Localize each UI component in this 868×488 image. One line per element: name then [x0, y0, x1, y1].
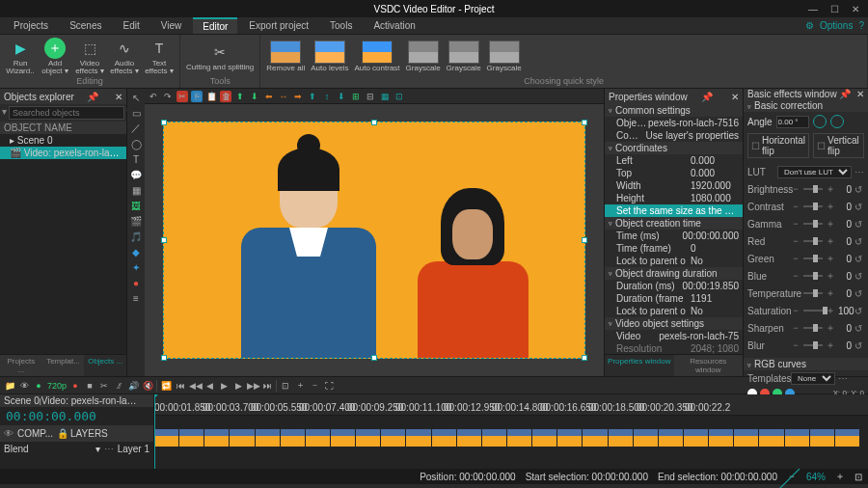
- step-fwd-icon[interactable]: ▶: [232, 381, 244, 391]
- tab-templates[interactable]: Templat...: [42, 355, 85, 376]
- align-center-icon[interactable]: ↔: [278, 91, 289, 102]
- options-link[interactable]: Options: [820, 20, 853, 31]
- snap-icon[interactable]: ⊡: [393, 91, 405, 102]
- timeline-clip-tab[interactable]: Video: pexels-ron-lach-7516031_1...: [41, 395, 138, 406]
- resize-handle-se[interactable]: [582, 355, 587, 361]
- zoom-fit-icon[interactable]: ⊡: [280, 381, 291, 391]
- rotate-cw-icon[interactable]: [830, 115, 844, 128]
- split-icon[interactable]: ⫽: [113, 381, 124, 391]
- go-end-icon[interactable]: ⏭: [261, 381, 273, 391]
- copy-icon[interactable]: ⎘: [191, 91, 203, 102]
- mute-icon[interactable]: 🔇: [142, 381, 153, 391]
- redo-icon[interactable]: ↷: [162, 91, 174, 102]
- search-input[interactable]: [9, 106, 124, 120]
- animation-icon[interactable]: ✦: [129, 260, 143, 274]
- preview-icon[interactable]: ●: [33, 381, 44, 391]
- resize-handle-e[interactable]: [582, 237, 587, 243]
- prev-frame-icon[interactable]: ◀◀: [189, 381, 201, 391]
- ribbon-btn-2[interactable]: ⬚Videoeffects ▾: [75, 38, 104, 75]
- menu-edit[interactable]: Edit: [113, 18, 149, 33]
- sprite-icon[interactable]: ◆: [129, 245, 143, 258]
- align-middle-icon[interactable]: ↕: [321, 91, 333, 102]
- go-start-icon[interactable]: ⏮: [175, 381, 186, 391]
- cursor-icon[interactable]: ↖: [129, 91, 143, 104]
- quickstyle-5[interactable]: Grayscale: [487, 41, 522, 72]
- minimize-button[interactable]: —: [806, 4, 820, 14]
- play-icon[interactable]: ▶: [218, 381, 230, 391]
- next-frame-icon[interactable]: ▶▶: [247, 381, 258, 391]
- menu-editor[interactable]: Editor: [193, 17, 237, 34]
- cutting-splitting-button[interactable]: ✂ Cutting and splitting: [186, 41, 254, 71]
- menu-scenes[interactable]: Scenes: [60, 18, 111, 33]
- cut-icon[interactable]: ✂: [98, 381, 110, 391]
- image-icon[interactable]: 🖼: [129, 199, 143, 212]
- vertical-flip-checkbox[interactable]: ☐ Vertical flip: [813, 133, 864, 158]
- undo-icon[interactable]: ↶: [148, 91, 159, 102]
- pin-icon[interactable]: 📌: [701, 92, 713, 102]
- video-clip[interactable]: [154, 429, 860, 447]
- stop-icon[interactable]: ■: [84, 381, 95, 391]
- paste-icon[interactable]: 📋: [205, 91, 217, 102]
- scene-node[interactable]: ▸ Scene 0: [0, 134, 126, 147]
- fullscreen-icon[interactable]: ⛶: [323, 381, 335, 391]
- tab-resources[interactable]: Resources window: [674, 355, 744, 376]
- tab-objects[interactable]: Objects ...: [84, 355, 126, 376]
- lock-icon[interactable]: 🔒: [57, 428, 67, 439]
- timeline-scene-tab[interactable]: Scene 0: [4, 395, 40, 406]
- menu-projects[interactable]: Projects: [4, 18, 58, 33]
- resize-handle-w[interactable]: [161, 237, 167, 243]
- video-frame[interactable]: [163, 122, 585, 359]
- close-panel-icon[interactable]: ✕: [856, 89, 864, 99]
- resize-handle-ne[interactable]: [582, 120, 587, 125]
- horizontal-flip-checkbox[interactable]: ☐ Horizontal flip: [747, 133, 809, 158]
- pin-icon[interactable]: 📌: [839, 89, 851, 99]
- timeline-tracks[interactable]: 00:00:01.85000:00:03.70000:00:05.55000:0…: [154, 394, 868, 469]
- audio-icon[interactable]: 🎵: [129, 230, 143, 243]
- subtitle-icon[interactable]: ≡: [129, 291, 143, 305]
- ribbon-btn-0[interactable]: ▶RunWizard..: [6, 38, 35, 75]
- open-icon[interactable]: 📁: [4, 381, 15, 391]
- pin-icon[interactable]: 📌: [87, 92, 98, 102]
- rotate-ccw-icon[interactable]: [813, 115, 827, 128]
- gear-icon[interactable]: ⚙: [805, 20, 814, 31]
- close-panel-icon[interactable]: ✕: [115, 92, 122, 102]
- ribbon-btn-4[interactable]: TTexteffects ▾: [145, 38, 174, 75]
- quickstyle-3[interactable]: Grayscale: [406, 41, 441, 72]
- template-menu-icon[interactable]: ⋯: [838, 373, 848, 384]
- zoom-in-icon[interactable]: ＋: [294, 379, 306, 392]
- group-icon[interactable]: ⊞: [350, 91, 362, 102]
- align-top-icon[interactable]: ⬆: [307, 91, 318, 102]
- resize-handle-n[interactable]: [371, 120, 377, 125]
- close-panel-icon[interactable]: ✕: [731, 92, 739, 102]
- ribbon-btn-3[interactable]: ∿Audioeffects ▾: [110, 38, 139, 75]
- tab-properties[interactable]: Properties window: [605, 355, 674, 376]
- resize-handle-nw[interactable]: [161, 120, 167, 125]
- loop-icon[interactable]: 🔁: [160, 381, 172, 391]
- bring-front-icon[interactable]: ⬆: [234, 91, 246, 102]
- resize-handle-sw[interactable]: [161, 355, 167, 361]
- align-left-icon[interactable]: ⬅: [263, 91, 275, 102]
- ellipse-icon[interactable]: ◯: [129, 137, 143, 150]
- resolution-label[interactable]: 720p: [47, 381, 67, 391]
- quickstyle-1[interactable]: Auto levels: [311, 41, 348, 72]
- cut-icon[interactable]: ✂: [176, 91, 188, 102]
- delete-icon[interactable]: 🗑: [220, 91, 231, 102]
- quickstyle-4[interactable]: Grayscale: [447, 41, 481, 72]
- record-icon[interactable]: ●: [69, 381, 81, 391]
- rect-icon[interactable]: ▭: [129, 106, 143, 120]
- step-back-icon[interactable]: ◀: [203, 381, 215, 391]
- video-icon[interactable]: 🎬: [129, 214, 143, 228]
- layer-name[interactable]: Layer 1: [118, 444, 149, 454]
- ribbon-btn-1[interactable]: ＋Addobject ▾: [41, 38, 69, 75]
- help-icon[interactable]: ?: [858, 20, 864, 31]
- tab-projects[interactable]: Projects ...: [0, 355, 42, 376]
- send-back-icon[interactable]: ⬇: [249, 91, 260, 102]
- tooltip-icon[interactable]: 💬: [129, 168, 143, 181]
- resize-handle-s[interactable]: [371, 355, 377, 361]
- chart-icon[interactable]: ▦: [129, 183, 143, 197]
- preview-canvas[interactable]: [145, 104, 604, 376]
- align-bottom-icon[interactable]: ⬇: [336, 91, 347, 102]
- eye-icon[interactable]: 👁: [18, 381, 30, 391]
- counter-icon[interactable]: ●: [129, 276, 143, 289]
- template-select[interactable]: None: [791, 372, 835, 385]
